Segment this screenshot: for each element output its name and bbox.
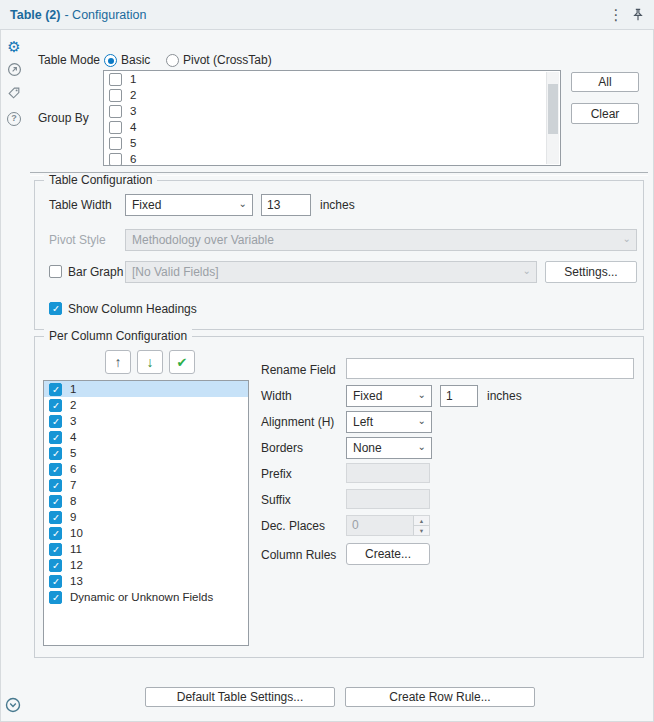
group-by-item-row[interactable]: 2 bbox=[104, 87, 560, 103]
spin-up-icon[interactable]: ▲ bbox=[414, 516, 429, 526]
group-by-item-checkbox[interactable] bbox=[109, 73, 122, 86]
group-by-item-row[interactable]: 5 bbox=[104, 135, 560, 151]
field-item-checkbox[interactable] bbox=[49, 479, 62, 492]
chevron-down-icon: ⌄ bbox=[418, 389, 426, 400]
table-width-input[interactable] bbox=[261, 194, 311, 216]
group-by-item-checkbox[interactable] bbox=[109, 121, 122, 134]
group-by-rows: 123456 bbox=[104, 71, 560, 166]
field-item-row[interactable]: 3 bbox=[44, 413, 248, 429]
column-width-mode-select[interactable]: Fixed ⌄ bbox=[346, 385, 432, 407]
alignment-value: Left bbox=[353, 415, 373, 429]
gear-icon[interactable]: ⚙ bbox=[0, 38, 28, 56]
spin-down-icon[interactable]: ▼ bbox=[414, 526, 429, 535]
column-rules-create-button[interactable]: Create... bbox=[346, 543, 430, 565]
field-item-checkbox[interactable] bbox=[49, 431, 62, 444]
field-item-label: 5 bbox=[70, 447, 76, 459]
scrollbar-thumb[interactable] bbox=[548, 84, 558, 134]
bar-graph-field-value: [No Valid Fields] bbox=[132, 265, 218, 279]
prefix-input bbox=[346, 463, 430, 483]
group-by-item-checkbox[interactable] bbox=[109, 153, 122, 166]
all-button[interactable]: All bbox=[571, 72, 639, 92]
create-row-rule-button[interactable]: Create Row Rule... bbox=[345, 687, 535, 707]
group-by-scrollbar[interactable] bbox=[546, 72, 559, 164]
rename-field-input[interactable] bbox=[346, 358, 634, 379]
group-by-item-row[interactable]: 3 bbox=[104, 103, 560, 119]
tag-icon[interactable] bbox=[0, 86, 28, 103]
field-item-row[interactable]: 11 bbox=[44, 541, 248, 557]
column-width-input[interactable] bbox=[440, 385, 478, 407]
field-item-label: 8 bbox=[70, 495, 76, 507]
field-item-checkbox[interactable] bbox=[49, 415, 62, 428]
kebab-menu-icon[interactable]: ⋮ bbox=[606, 4, 626, 26]
field-list[interactable]: 12345678910111213Dynamic or Unknown Fiel… bbox=[43, 380, 249, 646]
group-by-item-row[interactable]: 6 bbox=[104, 151, 560, 166]
chevron-down-icon: ⌄ bbox=[523, 265, 531, 276]
field-item-checkbox[interactable] bbox=[49, 543, 62, 556]
chevron-down-icon: ⌄ bbox=[418, 441, 426, 452]
field-item-row[interactable]: 7 bbox=[44, 477, 248, 493]
table-width-mode-select[interactable]: Fixed ⌄ bbox=[125, 194, 253, 216]
field-item-checkbox[interactable] bbox=[49, 527, 62, 540]
field-item-row[interactable]: 9 bbox=[44, 509, 248, 525]
field-item-row[interactable]: 1 bbox=[44, 381, 248, 397]
alignment-select[interactable]: Left ⌄ bbox=[346, 411, 432, 433]
group-by-item-row[interactable]: 4 bbox=[104, 119, 560, 135]
field-item-row[interactable]: 12 bbox=[44, 557, 248, 573]
navigate-icon[interactable] bbox=[0, 62, 28, 80]
column-width-unit-label: inches bbox=[487, 389, 522, 403]
help-icon[interactable]: ? bbox=[0, 110, 28, 126]
group-by-item-label: 1 bbox=[130, 73, 136, 85]
group-by-item-checkbox[interactable] bbox=[109, 89, 122, 102]
panel-subtitle: - Configuration bbox=[64, 8, 146, 22]
move-up-button[interactable]: ↑ bbox=[105, 350, 131, 374]
field-item-checkbox[interactable] bbox=[49, 511, 62, 524]
move-down-button[interactable]: ↓ bbox=[137, 350, 163, 374]
field-item-row[interactable]: 13 bbox=[44, 573, 248, 589]
field-item-row[interactable]: 5 bbox=[44, 445, 248, 461]
dec-places-label: Dec. Places bbox=[261, 519, 325, 533]
field-item-label: 2 bbox=[70, 399, 76, 411]
group-by-item-label: 6 bbox=[130, 153, 136, 165]
field-item-label: 6 bbox=[70, 463, 76, 475]
pin-icon[interactable] bbox=[631, 8, 645, 22]
field-item-checkbox[interactable] bbox=[49, 591, 62, 604]
radio-pivot-label: Pivot (CrossTab) bbox=[183, 53, 272, 67]
select-all-button[interactable]: ✔ bbox=[169, 350, 195, 374]
group-by-item-label: 5 bbox=[130, 137, 136, 149]
field-item-checkbox[interactable] bbox=[49, 575, 62, 588]
tool-name: Table (2) bbox=[10, 8, 60, 22]
group-by-item-row[interactable]: 1 bbox=[104, 71, 560, 87]
field-item-label: 3 bbox=[70, 415, 76, 427]
field-item-label: Dynamic or Unknown Fields bbox=[70, 591, 213, 603]
field-item-row[interactable]: 4 bbox=[44, 429, 248, 445]
pivot-style-value: Methodology over Variable bbox=[132, 233, 274, 247]
per-column-configuration-title: Per Column Configuration bbox=[44, 329, 192, 343]
radio-pivot-crosstab[interactable] bbox=[166, 54, 179, 67]
borders-label: Borders bbox=[261, 441, 303, 455]
borders-select[interactable]: None ⌄ bbox=[346, 437, 432, 459]
bar-graph-checkbox[interactable] bbox=[49, 265, 62, 278]
radio-basic-label: Basic bbox=[121, 53, 150, 67]
chevron-down-icon: ⌄ bbox=[623, 233, 631, 244]
field-item-checkbox[interactable] bbox=[49, 559, 62, 572]
default-table-settings-button[interactable]: Default Table Settings... bbox=[145, 687, 335, 707]
field-item-row[interactable]: 10 bbox=[44, 525, 248, 541]
clear-button[interactable]: Clear bbox=[571, 103, 639, 124]
collapse-panel-icon[interactable] bbox=[0, 697, 27, 716]
group-by-item-checkbox[interactable] bbox=[109, 137, 122, 150]
show-column-headings-checkbox[interactable] bbox=[49, 302, 62, 315]
field-item-checkbox[interactable] bbox=[49, 463, 62, 476]
field-item-row[interactable]: Dynamic or Unknown Fields bbox=[44, 589, 248, 605]
field-item-checkbox[interactable] bbox=[49, 447, 62, 460]
group-by-item-checkbox[interactable] bbox=[109, 105, 122, 118]
field-item-checkbox[interactable] bbox=[49, 399, 62, 412]
field-item-row[interactable]: 2 bbox=[44, 397, 248, 413]
group-by-list[interactable]: 123456 bbox=[103, 70, 561, 166]
settings-button[interactable]: Settings... bbox=[545, 261, 637, 283]
field-item-row[interactable]: 6 bbox=[44, 461, 248, 477]
field-item-checkbox[interactable] bbox=[49, 495, 62, 508]
spinner-buttons: ▲ ▼ bbox=[413, 516, 429, 535]
field-item-row[interactable]: 8 bbox=[44, 493, 248, 509]
field-item-checkbox[interactable] bbox=[49, 383, 62, 396]
radio-basic[interactable] bbox=[104, 54, 117, 67]
